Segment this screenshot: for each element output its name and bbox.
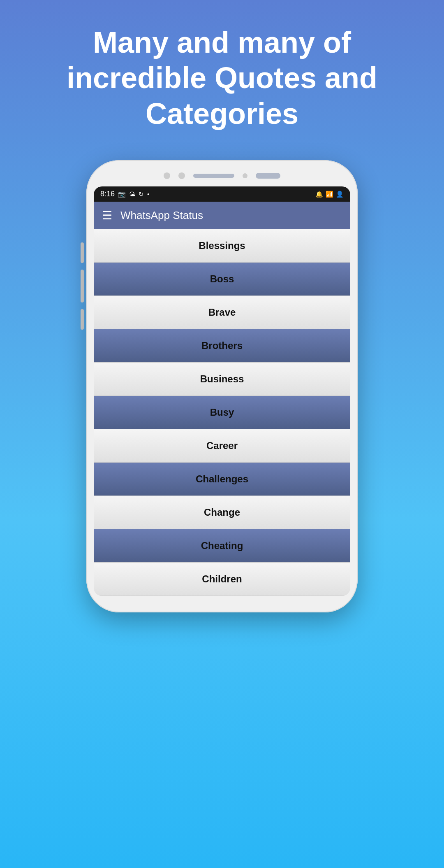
sensor-dot: [243, 173, 247, 178]
status-bar: 8:16 📷 🌤 ↻ • 🔔 📶 👤: [94, 186, 350, 202]
status-bar-right: 🔔 📶 👤: [315, 191, 344, 198]
camera-dot-left: [164, 172, 170, 179]
phone-speaker: [193, 174, 234, 178]
category-item-career[interactable]: Career: [94, 429, 350, 463]
phone-top-decoration: [94, 172, 350, 179]
phone-side-buttons: [81, 242, 84, 330]
phone-frame: 8:16 📷 🌤 ↻ • 🔔 📶 👤 ☰ WhatsApp Status: [86, 160, 358, 612]
phone-mockup: 8:16 📷 🌤 ↻ • 🔔 📶 👤 ☰ WhatsApp Status: [86, 160, 358, 612]
status-bar-left: 8:16 📷 🌤 ↻ •: [100, 190, 149, 198]
category-item-cheating[interactable]: Cheating: [94, 529, 350, 563]
category-item-children[interactable]: Children: [94, 563, 350, 596]
category-item-challenges[interactable]: Challenges: [94, 463, 350, 496]
category-item-boss[interactable]: Boss: [94, 263, 350, 296]
app-toolbar: ☰ WhatsApp Status: [94, 202, 350, 229]
category-item-brothers[interactable]: Brothers: [94, 329, 350, 363]
instagram-icon: 📷: [118, 191, 126, 198]
volume-up-button: [81, 270, 84, 303]
sync-icon: ↻: [139, 191, 144, 198]
volume-down-button: [81, 309, 84, 330]
user-icon: 👤: [336, 191, 344, 198]
phone-screen: 8:16 📷 🌤 ↻ • 🔔 📶 👤 ☰ WhatsApp Status: [94, 186, 350, 596]
signal-icon: 📶: [326, 191, 333, 198]
alarm-icon: 🔔: [315, 191, 323, 198]
category-item-blessings[interactable]: Blessings: [94, 229, 350, 263]
category-item-business[interactable]: Business: [94, 363, 350, 396]
dot-indicator: •: [147, 191, 149, 198]
category-item-busy[interactable]: Busy: [94, 396, 350, 429]
status-time: 8:16: [100, 190, 115, 198]
app-title: WhatsApp Status: [120, 209, 203, 222]
category-item-change[interactable]: Change: [94, 496, 350, 529]
menu-icon[interactable]: ☰: [102, 210, 112, 221]
category-item-brave[interactable]: Brave: [94, 296, 350, 329]
front-camera: [256, 173, 280, 179]
camera-dot-right: [178, 172, 185, 179]
page-header-title: Many and many of incredible Quotes and C…: [0, 0, 444, 148]
category-list: BlessingsBossBraveBrothersBusinessBusyCa…: [94, 229, 350, 596]
power-button: [81, 242, 84, 263]
weather-icon: 🌤: [129, 191, 135, 198]
